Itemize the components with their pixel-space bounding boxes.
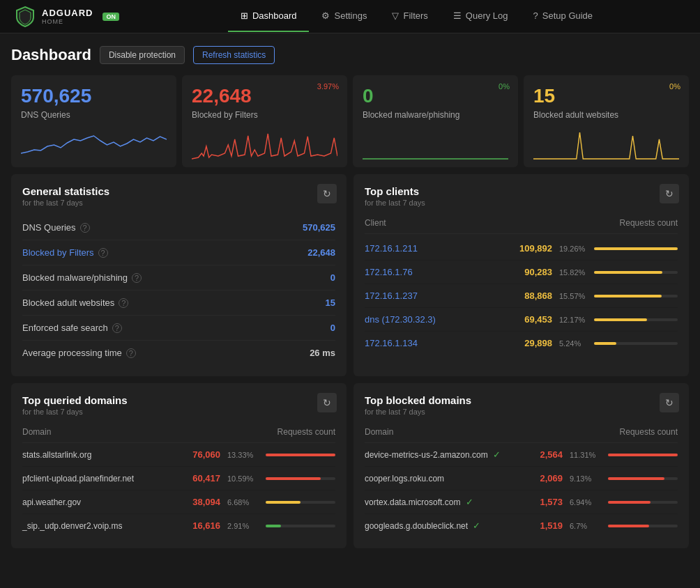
stats-label-blocked[interactable]: Blocked by Filters ? (22, 247, 108, 258)
nav-settings[interactable]: ⚙ Settings (309, 1, 379, 32)
top-blocked-refresh[interactable]: ↻ (660, 393, 679, 412)
setup-icon: ? (533, 10, 538, 21)
domain-bar-wrap (608, 454, 678, 456)
domain-right: 38,094 6.68% (192, 497, 335, 507)
domain-name[interactable]: stats.allstarlink.org (22, 450, 91, 460)
adult-help-icon[interactable]: ? (119, 298, 128, 308)
domain-bar (266, 477, 321, 480)
logo-name: ADGUARD (42, 8, 93, 18)
domain-bar (266, 525, 281, 527)
domain-bar-wrap (608, 525, 678, 527)
domain-row: cooper.logs.roku.com 2,069 9.13% (365, 467, 678, 490)
domain-row: vortex.data.microsoft.com ✓ 1,573 6.94% (365, 490, 678, 514)
client-name[interactable]: dns (172.30.32.3) (365, 314, 436, 325)
domain-pct: 13.33% (227, 451, 259, 459)
malware-sparkline (363, 125, 508, 162)
stats-value-adult: 15 (326, 297, 335, 308)
domain-count: 38,094 (192, 497, 220, 507)
domain-name[interactable]: pfclient-upload.planefinder.net (22, 474, 134, 483)
dns-help-icon[interactable]: ? (80, 223, 90, 233)
nav-querylog[interactable]: ☰ Query Log (441, 1, 521, 32)
stats-value-safe-search: 0 (330, 323, 335, 333)
stat-card-blocked: 3.97% 22,648 Blocked by Filters (182, 75, 347, 167)
blocked-col-requests: Requests count (620, 427, 678, 437)
blocked-col-domain: Domain (365, 427, 393, 437)
stat-card-malware: 0% 0 Blocked malware/phishing (353, 75, 518, 167)
queried-col-domain: Domain (22, 427, 51, 437)
domain-name[interactable]: _sip._udp.denver2.voip.ms (22, 521, 122, 531)
domain-count: 60,417 (192, 473, 220, 483)
client-row: 172.16.1.211 109,892 19.26% (365, 237, 678, 261)
queried-col-requests: Requests count (277, 427, 335, 437)
logo-sub: HOME (42, 18, 93, 25)
blocked-pct: 3.97% (317, 82, 339, 91)
domain-row: stats.allstarlink.org 76,060 13.33% (22, 443, 335, 467)
domain-right: 60,417 10.59% (192, 473, 335, 483)
nav-links: ⊞ Dashboard ⚙ Settings ▽ Filters ☰ Query… (147, 1, 686, 32)
stat-card-dns: 570,625 DNS Queries (11, 75, 176, 167)
clients-col-requests: Requests count (620, 218, 678, 228)
domain-row: api.weather.gov 38,094 6.68% (22, 490, 335, 514)
top-clients-title: Top clients (365, 185, 678, 197)
stats-label-dns: DNS Queries ? (22, 222, 90, 233)
nav-setup[interactable]: ? Setup Guide (521, 1, 606, 32)
client-name[interactable]: 172.16.1.237 (365, 291, 418, 301)
avg-time-help-icon[interactable]: ? (126, 348, 136, 358)
malware-number: 0 (363, 85, 508, 107)
malware-help-icon[interactable]: ? (132, 273, 142, 283)
client-pct: 5.24% (559, 339, 587, 348)
stats-value-dns: 570,625 (303, 222, 335, 233)
adult-sparkline (533, 125, 679, 162)
safe-search-help-icon[interactable]: ? (112, 323, 122, 333)
domain-bar (266, 454, 335, 456)
client-progress-bar (594, 295, 662, 297)
domain-bar (608, 477, 664, 480)
stats-label-safe-search: Enforced safe search ? (22, 323, 122, 333)
nav-filters[interactable]: ▽ Filters (379, 1, 440, 32)
top-clients-refresh[interactable]: ↻ (660, 184, 679, 203)
filters-icon: ▽ (392, 10, 399, 21)
domain-name: googleads.g.doubleclick.net ✓ (365, 520, 480, 531)
client-right: 29,898 5.24% (517, 338, 678, 348)
domain-bar-wrap (266, 477, 335, 480)
queried-table-header: Domain Requests count (22, 424, 335, 443)
general-stats-refresh[interactable]: ↻ (317, 184, 337, 203)
domain-bar (608, 525, 649, 527)
nav-dashboard[interactable]: ⊞ Dashboard (228, 1, 310, 32)
domain-count: 2,564 (540, 449, 563, 460)
adult-label: Blocked adult websites (533, 110, 679, 120)
client-pct: 12.17% (559, 316, 587, 324)
domain-right: 2,069 9.13% (540, 473, 678, 483)
dns-queries-number: 570,625 (21, 85, 167, 107)
domain-count: 16,616 (192, 520, 220, 531)
client-progress-bar-wrap (594, 318, 678, 321)
client-name[interactable]: 172.16.1.134 (365, 338, 418, 348)
domain-pct: 10.59% (227, 474, 259, 483)
domain-name[interactable]: api.weather.gov (22, 497, 81, 507)
refresh-statistics-button[interactable]: Refresh statistics (193, 46, 275, 64)
top-blocked-panel: Top blocked domains for the last 7 days … (353, 383, 689, 548)
top-blocked-subtitle: for the last 7 days (365, 408, 678, 416)
domain-name: vortex.data.microsoft.com ✓ (365, 497, 473, 507)
blocked-help-icon[interactable]: ? (98, 248, 108, 258)
stats-row-dns: DNS Queries ? 570,625 (22, 215, 335, 240)
page-header: Dashboard Disable protection Refresh sta… (11, 46, 689, 64)
client-progress-bar (594, 342, 616, 345)
stat-cards: 570,625 DNS Queries 3.97% 22,648 Blocked… (11, 75, 689, 167)
blocked-label: Blocked by Filters (192, 110, 337, 120)
client-pct: 19.26% (559, 245, 587, 253)
top-clients-subtitle: for the last 7 days (365, 199, 678, 207)
domain-bar (608, 454, 678, 456)
disable-protection-button[interactable]: Disable protection (100, 46, 185, 64)
client-right: 69,453 12.17% (517, 314, 678, 325)
top-queried-subtitle: for the last 7 days (22, 408, 335, 416)
top-queried-refresh[interactable]: ↻ (317, 393, 337, 412)
client-name[interactable]: 172.16.1.76 (365, 267, 413, 277)
nav-dashboard-label: Dashboard (252, 10, 297, 21)
stats-label-adult: Blocked adult websites ? (22, 297, 128, 308)
client-name[interactable]: 172.16.1.211 (365, 243, 418, 254)
domain-count: 1,573 (540, 497, 563, 507)
domain-name: cooper.logs.roku.com (365, 474, 444, 483)
client-row: 172.16.1.76 90,283 15.82% (365, 261, 678, 284)
domain-row: _sip._udp.denver2.voip.ms 16,616 2.91% (22, 514, 335, 537)
